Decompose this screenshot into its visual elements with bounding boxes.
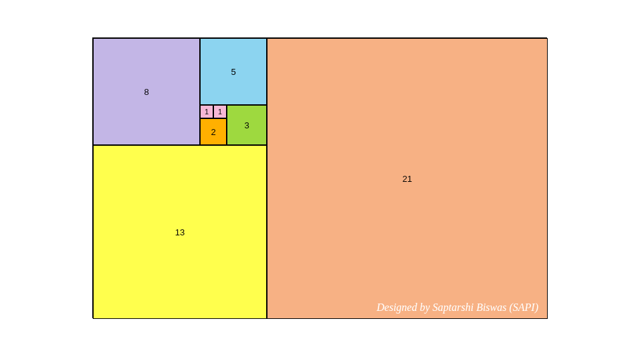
credit-text: Designed by Saptarshi Biswas (SAPI) bbox=[377, 302, 538, 314]
square-label: 1 bbox=[205, 108, 209, 116]
square-label: 13 bbox=[175, 227, 185, 237]
square-21: 21 bbox=[267, 38, 548, 319]
square-label: 21 bbox=[403, 174, 412, 184]
square-label: 2 bbox=[211, 127, 215, 137]
square-label: 1 bbox=[218, 108, 222, 116]
square-5: 5 bbox=[200, 38, 267, 105]
square-label: 5 bbox=[231, 67, 235, 77]
square-2: 2 bbox=[200, 118, 227, 145]
fibonacci-diagram: 21 13 8 5 3 2 1 1 Designed by Saptarshi … bbox=[92, 37, 547, 318]
square-label: 8 bbox=[144, 87, 148, 97]
square-3: 3 bbox=[227, 105, 267, 145]
square-8: 8 bbox=[93, 38, 200, 145]
square-1a: 1 bbox=[200, 105, 213, 118]
square-13: 13 bbox=[93, 145, 267, 319]
square-label: 3 bbox=[244, 120, 249, 130]
square-1b: 1 bbox=[213, 105, 227, 118]
